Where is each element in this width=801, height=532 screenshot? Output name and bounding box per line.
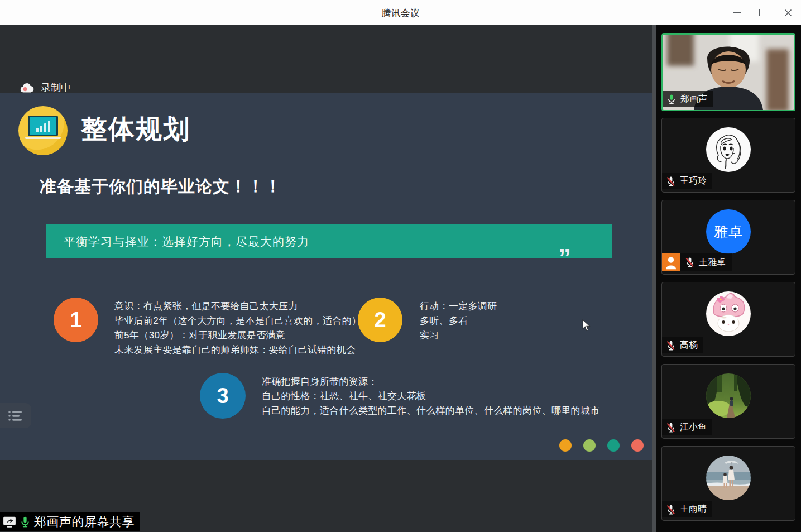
point-3-text: 准确把握自身所带的资源： 自己的性格：社恐、社牛、社交天花板 自己的能力，适合什…: [262, 375, 600, 418]
mic-muted-icon: [665, 504, 677, 515]
sidebar-divider[interactable]: [652, 25, 656, 532]
laptop-chart-icon: [28, 116, 58, 136]
slide-title-icon: [18, 106, 68, 155]
mic-on-icon: [19, 516, 31, 528]
slide-page-dots: [559, 439, 644, 452]
slide-title: 整体规划: [81, 112, 190, 147]
screen-share-banner: 郑画声的屏幕共享: [0, 512, 140, 531]
minimize-icon: [733, 12, 741, 13]
participant-name-label: 王巧玲: [662, 173, 712, 189]
participant-tile-4[interactable]: 高杨: [661, 282, 795, 357]
tencent-meeting-window: 腾讯会议 录制中 整体规划 准备基于你们的毕: [0, 0, 801, 532]
participant-tile-3[interactable]: 雅卓 王雅卓: [661, 200, 795, 275]
slide-banner-text: 平衡学习与择业：选择好方向，尽最大的努力: [64, 234, 309, 250]
minimize-button[interactable]: [724, 0, 750, 25]
maximize-button[interactable]: [750, 0, 775, 25]
avatar-initials: 雅卓: [706, 209, 751, 254]
point-2-circle: 2: [358, 298, 402, 342]
participant-name: 郑画声: [680, 93, 707, 105]
participant-tile-2[interactable]: 王巧玲: [661, 118, 795, 193]
page-dot: [607, 439, 620, 452]
avatar: 雅卓: [706, 209, 751, 254]
participant-tile-6[interactable]: 王雨晴: [661, 446, 795, 521]
profile-person-badge-icon: [662, 253, 680, 271]
participant-name-label: 王雅卓: [662, 253, 732, 271]
participant-name-label: 郑画声: [663, 91, 713, 107]
participant-name: 江小鱼: [680, 421, 707, 433]
participant-name: 王雅卓: [699, 257, 726, 269]
presentation-slide: 整体规划 准备基于你们的毕业论文！！！ 平衡学习与择业：选择好方向，尽最大的努力…: [0, 93, 652, 460]
close-button[interactable]: [775, 0, 801, 25]
avatar: [706, 373, 751, 418]
mic-muted-icon: [684, 257, 696, 268]
close-icon: [784, 9, 792, 17]
participant-name: 王雨晴: [680, 504, 707, 515]
avatar: [706, 291, 751, 336]
page-dot: [583, 439, 596, 452]
window-title: 腾讯会议: [382, 7, 420, 20]
page-dot: [559, 439, 572, 452]
participant-tile-1[interactable]: 郑画声: [661, 33, 795, 111]
participant-name: 王巧玲: [680, 175, 707, 187]
mic-muted-icon: [665, 340, 677, 351]
page-dot: [631, 439, 644, 452]
slide-outline-button[interactable]: [0, 403, 31, 428]
recording-label: 录制中: [41, 81, 71, 94]
point-3-circle: 3: [200, 373, 246, 419]
mic-muted-icon: [665, 422, 677, 433]
recording-indicator[interactable]: 录制中: [19, 81, 71, 94]
slide-subtitle: 准备基于你们的毕业论文！！！: [40, 175, 282, 198]
list-icon: [7, 410, 24, 422]
titlebar: 腾讯会议: [0, 0, 801, 25]
window-controls: [724, 0, 801, 25]
participants-sidebar: 郑画声: [652, 25, 801, 532]
cloud-recording-icon: [19, 82, 35, 94]
participant-name-label: 王雨晴: [662, 501, 712, 517]
participant-name-label: 江小鱼: [662, 419, 712, 435]
point-1-circle: 1: [54, 298, 98, 342]
avatar: [706, 127, 751, 172]
mouse-cursor: [582, 319, 591, 334]
screen-share-icon: [3, 516, 16, 528]
participant-name-label: 高杨: [662, 337, 703, 353]
quote-mark: ”: [558, 245, 571, 271]
participant-tile-5[interactable]: 江小鱼: [661, 364, 795, 439]
maximize-icon: [759, 9, 766, 16]
point-1-text: 意识：有点紧张，但是不要给自己太大压力 毕业后前2年（这个大方向，是不是自己喜欢…: [114, 299, 361, 357]
mic-muted-icon: [665, 176, 677, 187]
share-banner-text: 郑画声的屏幕共享: [34, 514, 135, 530]
point-2-text: 行动：一定多调研 多听、多看 实习: [420, 299, 497, 343]
avatar: [706, 456, 751, 500]
screen-share-stage: 录制中 整体规划 准备基于你们的毕业论文！！！ 平衡学习与择业：选择好方向，尽最…: [0, 25, 652, 532]
mic-on-icon: [666, 94, 677, 105]
slide-banner: 平衡学习与择业：选择好方向，尽最大的努力: [46, 224, 612, 258]
participant-name: 高杨: [680, 339, 698, 351]
